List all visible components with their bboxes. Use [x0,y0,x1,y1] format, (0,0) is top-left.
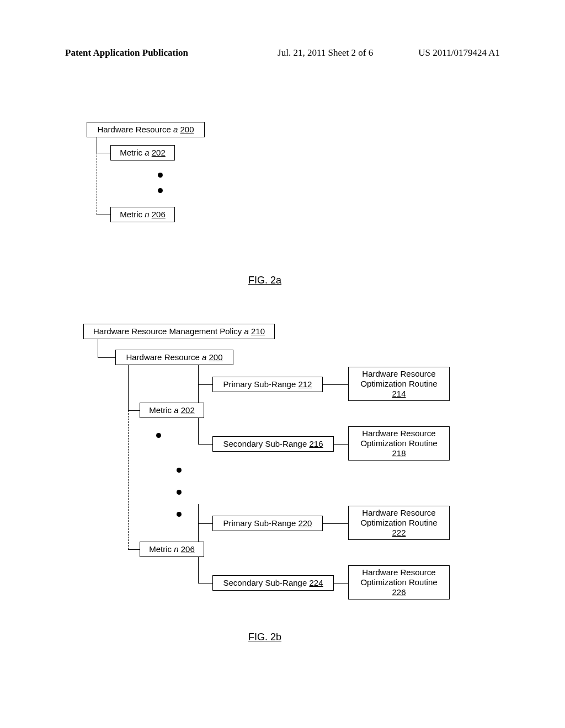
box-metric-n-fig2a: Metric n 206 [110,207,175,222]
box-primary-sub-range-a: Primary Sub-Range 212 [212,377,323,392]
line2: Optimization Routine [360,518,437,527]
connector-dashed [97,153,97,215]
connector-dashed [128,410,129,549]
label: Secondary Sub-Range [223,438,307,449]
label: Primary Sub-Range [223,379,296,390]
box-primary-sub-range-n: Primary Sub-Range 220 [212,516,323,531]
connector [198,523,212,524]
connector [323,384,348,385]
ref: 200 [209,352,223,363]
line2: Optimization Routine [360,379,437,388]
ref: 202 [181,405,195,416]
connector [198,444,212,445]
line2: Optimization Routine [360,438,437,448]
line1: Hardware Resource [362,508,435,517]
box-hw-resource-a-fig2b: Hardware Resource a 200 [115,350,233,365]
ref: 222 [392,528,406,537]
box-opt-routine-218: Hardware Resource Optimization Routine 2… [348,426,450,461]
line1: Hardware Resource [362,568,435,577]
box-secondary-sub-range-a: Secondary Sub-Range 216 [212,436,334,452]
connector [98,339,98,357]
label: Hardware Resource [126,352,199,363]
connector [97,215,110,215]
connector [98,357,115,358]
connector [198,418,199,444]
ellipsis-dot-icon [158,173,163,178]
fig-2a-caption: FIG. 2a [248,275,281,286]
ref: 202 [152,147,166,158]
connector [198,504,199,542]
ellipsis-dot-icon [177,512,182,517]
ref: 226 [392,587,406,597]
ellipsis-dot-icon [177,468,182,473]
diagram-area: Hardware Resource a 200 Metric a 202 Met… [0,0,565,728]
connector [198,557,199,583]
connector [97,153,110,153]
var: n [145,209,149,220]
var: a [173,124,178,135]
line2: Optimization Routine [360,577,437,587]
connector [128,410,140,411]
connector [198,384,212,385]
var: a [202,352,206,363]
connector [198,365,199,403]
connector [323,523,348,524]
ref: 216 [309,438,323,449]
var: a [244,326,248,337]
box-opt-routine-214: Hardware Resource Optimization Routine 2… [348,367,450,401]
box-metric-a-fig2b: Metric a 202 [140,403,204,418]
label: Primary Sub-Range [223,518,296,529]
box-hw-resource-a-fig2a: Hardware Resource a 200 [87,122,205,137]
connector [128,365,129,410]
ellipsis-dot-icon [177,490,182,495]
ref: 206 [152,209,166,220]
var: n [174,544,178,555]
connector [97,137,97,153]
ref: 214 [392,389,406,398]
label: Metric [149,544,172,555]
line1: Hardware Resource [362,369,435,378]
box-opt-routine-222: Hardware Resource Optimization Routine 2… [348,506,450,540]
ref: 224 [309,577,323,588]
ref: 220 [298,518,312,529]
label: Hardware Resource Management Policy [93,326,242,337]
ellipsis-dot-icon [158,188,163,193]
var: a [145,147,149,158]
box-metric-n-fig2b: Metric n 206 [140,542,204,557]
connector [334,444,348,445]
connector [334,583,348,584]
box-policy: Hardware Resource Management Policy a 21… [83,324,275,339]
ref: 200 [180,124,194,135]
line1: Hardware Resource [362,429,435,438]
label: Metric [120,147,142,158]
ref: 206 [181,544,195,555]
var: a [174,405,178,416]
label: Metric [149,405,172,416]
ref: 212 [298,379,312,390]
box-opt-routine-226: Hardware Resource Optimization Routine 2… [348,565,450,599]
label: Secondary Sub-Range [223,577,307,588]
ref: 218 [392,448,406,458]
connector [198,583,212,584]
ref: 210 [251,326,265,337]
connector [128,549,140,550]
fig-2b-caption: FIG. 2b [248,631,281,643]
box-metric-a-fig2a: Metric a 202 [110,145,175,160]
box-secondary-sub-range-n: Secondary Sub-Range 224 [212,575,334,591]
ellipsis-dot-icon [156,433,161,438]
label: Hardware Resource [97,124,170,135]
label: Metric [120,209,142,220]
